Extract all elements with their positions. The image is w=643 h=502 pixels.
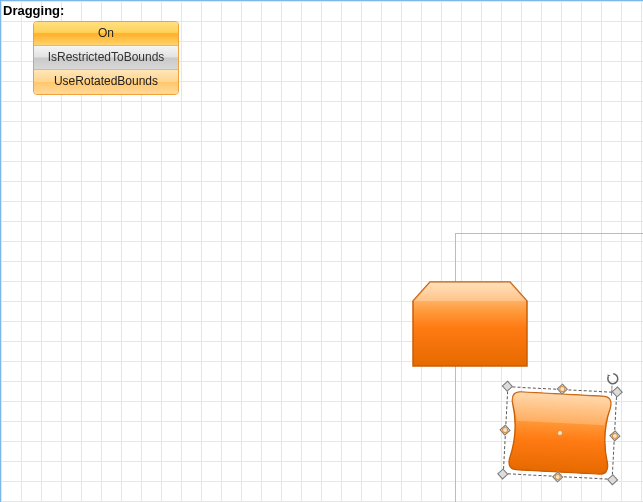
resize-handle-se[interactable] [607,474,618,485]
shape-cylinder-selected[interactable] [503,386,617,480]
diagram-canvas[interactable]: Dragging: On IsRestrictedToBounds UseRot… [0,0,643,502]
option-label: UseRotatedBounds [54,74,158,88]
resize-handle-ne[interactable] [612,386,623,397]
option-userotatedbounds-button[interactable]: UseRotatedBounds [34,70,178,94]
rotate-handle-icon[interactable] [606,371,621,386]
option-label: IsRestrictedToBounds [48,50,165,64]
option-label: On [98,26,114,40]
dragging-options-panel: On IsRestrictedToBounds UseRotatedBounds [33,21,179,95]
panel-title: Dragging: [3,3,64,18]
shape-cutcorner[interactable] [412,281,528,367]
option-isrestrictedtobounds-button[interactable]: IsRestrictedToBounds [34,46,178,70]
shape-cutcorner-graphic [412,281,528,367]
option-on-button[interactable]: On [34,22,178,46]
